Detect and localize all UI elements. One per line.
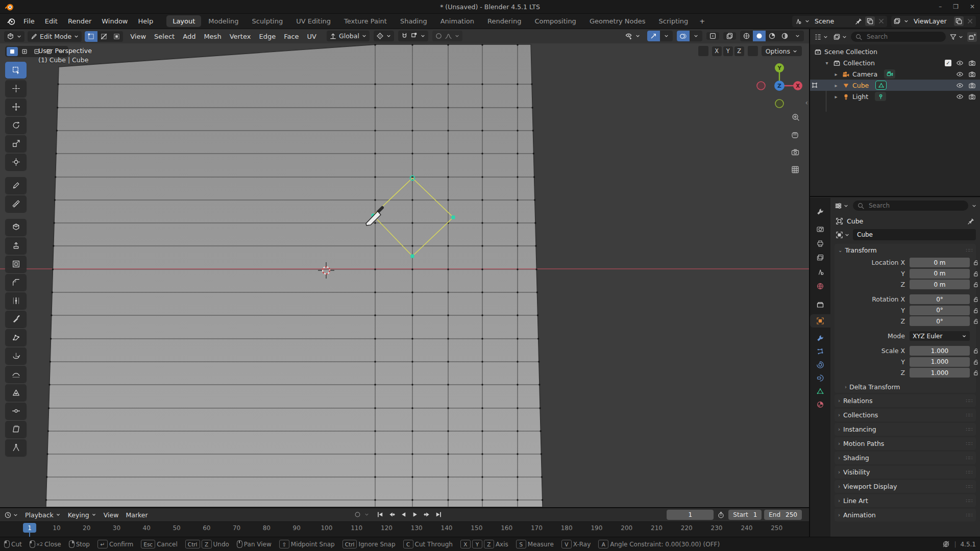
timeline-menu-playback[interactable]: Playback [21,510,64,520]
properties-tab-material[interactable] [810,398,830,411]
menu-help[interactable]: Help [133,15,159,27]
proportional-editing-button[interactable] [432,31,462,41]
tool-knife-button[interactable] [5,311,27,328]
minimize-button[interactable]: – [939,3,942,10]
tool-shrink-fatten-button[interactable] [5,403,27,419]
mirror-axis-y-button[interactable]: Y [723,46,733,56]
playhead[interactable]: 1 [23,523,36,533]
tool-measure-button[interactable] [5,195,27,212]
new-collection-button[interactable] [967,32,977,42]
auto-keying-button[interactable] [352,509,363,520]
timeline-editor-type-button[interactable] [3,510,19,520]
panel-animation[interactable]: ›Animation∷∷ [835,509,976,521]
viewport-menu-vertex[interactable]: Vertex [226,32,255,41]
viewlayer-name[interactable]: ViewLayer [912,17,951,25]
overlays-toggle-button[interactable] [677,31,690,41]
rendered-shading-button[interactable] [778,31,791,41]
outliner-search[interactable] [851,32,946,42]
properties-tab-data[interactable] [810,385,830,398]
material-preview-button[interactable] [766,31,778,41]
value-field[interactable]: 0 m [910,258,970,267]
maximize-button[interactable]: ❒ [953,3,959,10]
tool-bevel-button[interactable] [5,274,27,291]
lock-open-icon[interactable] [970,347,980,354]
panel-viewport-display[interactable]: ›Viewport Display∷∷ [835,480,976,493]
scene-selector[interactable]: Scene [792,16,887,27]
edge-select-button[interactable] [97,31,110,42]
outliner-item-label[interactable]: Collection [843,59,875,67]
use-preview-range-button[interactable] [716,510,726,520]
mirror-axis-x-button[interactable]: X [712,46,722,56]
tool-smooth-button[interactable] [5,366,27,383]
hide-in-viewport-toggle[interactable] [956,93,964,101]
lock-open-icon[interactable] [970,270,980,277]
xray-toggle-button[interactable] [706,32,719,40]
properties-tab-output[interactable] [810,237,830,250]
jump-next-keyframe-button[interactable] [422,509,432,520]
properties-search[interactable] [853,201,968,211]
solid-shading-button[interactable] [753,31,766,41]
hide-in-viewport-toggle[interactable] [956,59,964,67]
pivot-point-button[interactable] [374,31,394,41]
lock-open-icon[interactable] [970,281,980,288]
viewlayer-remove-icon[interactable] [966,17,974,25]
tool-shear-button[interactable] [5,421,27,438]
menu-render[interactable]: Render [63,15,96,27]
hide-in-viewport-toggle[interactable] [956,70,964,78]
workspace-tab-texture-paint[interactable]: Texture Paint [338,15,393,27]
workspace-tab-scripting[interactable]: Scripting [653,15,695,27]
play-button[interactable] [410,509,421,520]
properties-tab-render[interactable] [810,222,830,236]
panel-collections[interactable]: ›Collections∷∷ [835,409,976,421]
show-gizmo-visibility-button[interactable] [623,31,643,41]
value-field[interactable]: 0 m [910,269,970,279]
outliner-row-collection[interactable]: ▾Collection✓ [810,57,980,68]
panel-grip-icon[interactable]: ∷∷ [966,455,972,461]
outliner-item-label[interactable]: Light [852,93,868,101]
tool-edge-slide-button[interactable] [5,384,27,401]
blender-app-icon[interactable] [6,17,16,26]
panel-grip-icon[interactable]: ∷∷ [966,427,972,432]
panel-grip-icon[interactable]: ∷∷ [966,398,972,404]
disable-in-renders-toggle[interactable] [968,59,976,67]
panel-instancing[interactable]: ›Instancing∷∷ [835,423,976,436]
region-toggle-arrow[interactable]: ‹ [805,98,808,107]
pin-icon[interactable] [855,17,863,25]
tool-poly-build-button[interactable] [5,329,27,346]
lock-open-icon[interactable] [970,259,980,266]
frame-start-field[interactable]: Start 1 [728,510,762,520]
lock-open-icon[interactable] [970,307,980,314]
properties-tab-tool[interactable] [810,205,830,218]
vertex-select-button[interactable] [85,31,97,42]
expand-toggle[interactable]: ▸ [832,71,840,77]
outliner-row-cube[interactable]: ▸Cube [810,80,980,91]
panel-motion-paths[interactable]: ›Motion Paths∷∷ [835,437,976,450]
menu-edit[interactable]: Edit [40,15,63,27]
properties-editor-type-button[interactable] [834,201,850,211]
properties-search-input[interactable] [868,202,964,210]
close-button[interactable]: ✕ [970,3,975,10]
properties-tab-constraints[interactable] [810,371,830,385]
panel-grip-icon[interactable]: ∷∷ [966,484,972,489]
mirror-axis-z-button[interactable]: Z [734,46,744,56]
outliner-row-camera[interactable]: ▸Camera [810,68,980,80]
workspace-tab-modeling[interactable]: Modeling [202,15,244,27]
outliner-row-light[interactable]: ▸Light [810,91,980,102]
transform-orientation-button[interactable]: Global [327,31,370,41]
panel-visibility[interactable]: ›Visibility∷∷ [835,466,976,479]
viewport-menu-face[interactable]: Face [280,32,303,41]
breadcrumb-object-name[interactable]: Cube [847,217,863,225]
tool-move-button[interactable] [5,98,27,115]
delta-transform-subpanel[interactable]: › Delta Transform [835,381,976,393]
disable-in-renders-toggle[interactable] [968,82,976,89]
viewport-menu-view[interactable]: View [126,32,150,41]
face-select-button[interactable] [110,31,123,42]
select-option-1-button[interactable] [7,47,18,56]
lock-open-icon[interactable] [970,318,980,324]
scene-chevron-icon[interactable] [804,18,810,24]
chevron-down-icon[interactable] [971,203,977,209]
outliner-item-label[interactable]: Cube [852,82,869,89]
outliner-item-label[interactable]: Camera [852,70,877,78]
workspace-tab-animation[interactable]: Animation [434,15,480,27]
panel-grip-icon[interactable]: ∷∷ [966,247,972,253]
